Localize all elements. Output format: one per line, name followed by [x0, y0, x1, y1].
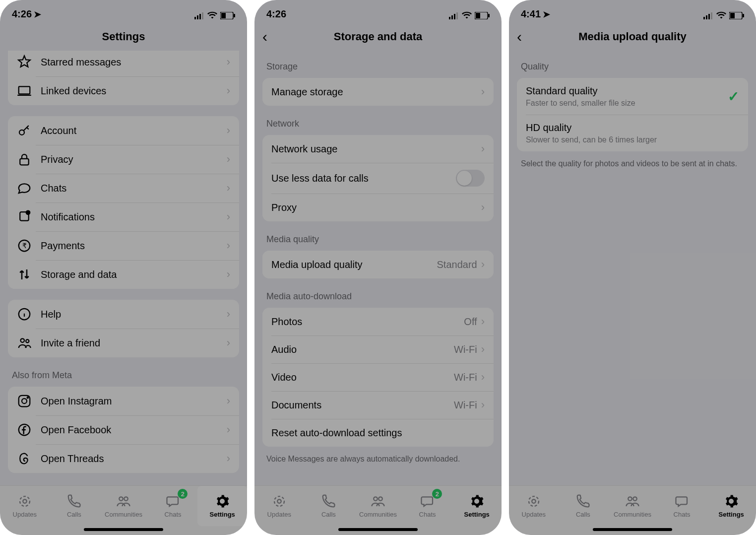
row-linked-devices[interactable]: Linked devices ›	[8, 76, 239, 105]
chevron-right-icon: ›	[227, 153, 230, 166]
chevron-right-icon: ›	[227, 182, 230, 195]
row-label: Account	[41, 125, 227, 136]
tab-settings[interactable]: Settings	[452, 486, 502, 526]
quality-scroll[interactable]: Quality Standard quality Faster to send,…	[509, 51, 756, 485]
status-time: 4:26	[266, 8, 286, 19]
wifi-icon	[716, 10, 726, 18]
row-open-instagram[interactable]: Open Instagram ›	[8, 387, 239, 415]
svg-point-16	[26, 339, 29, 342]
phone-settings: 4:26➤ Settings Starred messages › Linked…	[0, 0, 247, 535]
row-account[interactable]: Account ›	[8, 116, 239, 145]
home-indicator[interactable]	[593, 528, 672, 531]
calls-icon	[321, 494, 336, 509]
chevron-right-icon: ›	[227, 268, 230, 281]
row-media-upload-quality[interactable]: Media upload quality Standard ›	[262, 251, 494, 278]
tab-chats[interactable]: Chats	[657, 486, 707, 526]
row-value: Off	[464, 316, 477, 328]
row-label: Starred messages	[41, 57, 227, 68]
status-bar: 4:41➤	[509, 0, 756, 23]
row-starred-messages[interactable]: Starred messages ›	[8, 51, 239, 76]
tab-updates[interactable]: Updates	[509, 486, 559, 526]
chevron-right-icon: ›	[481, 142, 485, 155]
chats-badge: 2	[432, 489, 442, 499]
row-open-threads[interactable]: Open Threads ›	[8, 444, 239, 473]
tab-calls[interactable]: Calls	[304, 486, 354, 526]
home-indicator[interactable]	[338, 528, 418, 531]
status-time: 4:26	[12, 8, 32, 19]
row-help[interactable]: Help ›	[8, 300, 239, 329]
row-open-facebook[interactable]: Open Facebook ›	[8, 415, 239, 444]
tab-chats[interactable]: 2 Chats	[403, 486, 452, 526]
row-audio[interactable]: Audio Wi-Fi ›	[262, 335, 494, 363]
tab-bar: Updates Calls Communities Chats Settings	[509, 485, 756, 535]
row-photos[interactable]: Photos Off ›	[262, 308, 494, 335]
row-proxy[interactable]: Proxy ›	[262, 194, 494, 221]
svg-point-21	[20, 496, 30, 506]
settings-scroll[interactable]: Starred messages › Linked devices › Acco…	[0, 51, 247, 485]
back-button[interactable]: ‹	[262, 28, 267, 45]
row-manage-storage[interactable]: Manage storage ›	[262, 78, 494, 106]
tab-label: Settings	[464, 511, 490, 518]
row-label: Video	[271, 372, 454, 383]
communities-icon	[116, 494, 131, 509]
row-payments[interactable]: ₹ Payments ›	[8, 231, 239, 260]
svg-rect-42	[743, 14, 744, 17]
rupee-icon: ₹	[17, 238, 32, 253]
battery-icon	[475, 10, 490, 18]
tab-chats[interactable]: 2 Chats	[148, 486, 198, 526]
row-title: HD quality	[526, 122, 739, 134]
back-button[interactable]: ‹	[517, 28, 522, 45]
row-invite-friend[interactable]: Invite a friend ›	[8, 329, 239, 357]
tab-label: Updates	[522, 511, 546, 518]
row-value: Wi-Fi	[454, 372, 477, 383]
chevron-right-icon: ›	[227, 423, 230, 436]
chevron-right-icon: ›	[481, 201, 485, 214]
checkmark-icon: ✓	[728, 88, 739, 105]
star-icon	[17, 55, 32, 69]
tab-communities[interactable]: Communities	[353, 486, 403, 526]
svg-rect-1	[197, 15, 198, 19]
row-documents[interactable]: Documents Wi-Fi ›	[262, 391, 494, 419]
svg-point-18	[22, 399, 27, 403]
tab-settings[interactable]: Settings	[197, 486, 247, 526]
svg-point-19	[27, 397, 29, 399]
wifi-icon	[207, 10, 217, 18]
storage-data-scroll[interactable]: Storage Manage storage › Network Network…	[254, 51, 502, 485]
row-label: Help	[41, 309, 227, 320]
tab-label: Chats	[419, 511, 436, 518]
page-header: Settings	[0, 23, 247, 51]
communities-icon	[625, 494, 640, 509]
row-label: Invite a friend	[41, 337, 227, 349]
row-chats[interactable]: Chats ›	[8, 174, 239, 202]
battery-icon	[729, 10, 744, 18]
tab-calls[interactable]: Calls	[559, 486, 608, 526]
row-network-usage[interactable]: Network usage ›	[262, 135, 494, 163]
chevron-right-icon: ›	[227, 395, 230, 407]
row-reset-auto-download[interactable]: Reset auto-download settings	[262, 419, 494, 447]
svg-point-35	[378, 497, 382, 501]
svg-point-45	[628, 497, 632, 501]
tab-communities[interactable]: Communities	[99, 486, 148, 526]
row-privacy[interactable]: Privacy ›	[8, 145, 239, 174]
row-notifications[interactable]: Notifications ›	[8, 202, 239, 231]
tab-updates[interactable]: Updates	[254, 486, 304, 526]
tab-updates[interactable]: Updates	[0, 486, 50, 526]
battery-icon	[220, 10, 235, 18]
row-standard-quality[interactable]: Standard quality Faster to send, smaller…	[517, 78, 748, 115]
row-label: Photos	[271, 316, 464, 328]
svg-rect-31	[488, 14, 490, 17]
row-video[interactable]: Video Wi-Fi ›	[262, 363, 494, 391]
tab-label: Chats	[674, 511, 691, 518]
communities-icon	[371, 494, 385, 509]
row-use-less-data[interactable]: Use less data for calls	[262, 163, 494, 194]
home-indicator[interactable]	[84, 528, 163, 531]
svg-point-32	[274, 496, 284, 506]
location-icon: ➤	[34, 9, 41, 20]
use-less-data-toggle[interactable]	[456, 170, 485, 187]
tab-communities[interactable]: Communities	[608, 486, 657, 526]
chevron-right-icon: ›	[481, 315, 485, 328]
tab-settings[interactable]: Settings	[706, 486, 756, 526]
tab-calls[interactable]: Calls	[50, 486, 99, 526]
row-hd-quality[interactable]: HD quality Slower to send, can be 6 time…	[517, 115, 748, 151]
row-storage-and-data[interactable]: Storage and data ›	[8, 260, 239, 289]
